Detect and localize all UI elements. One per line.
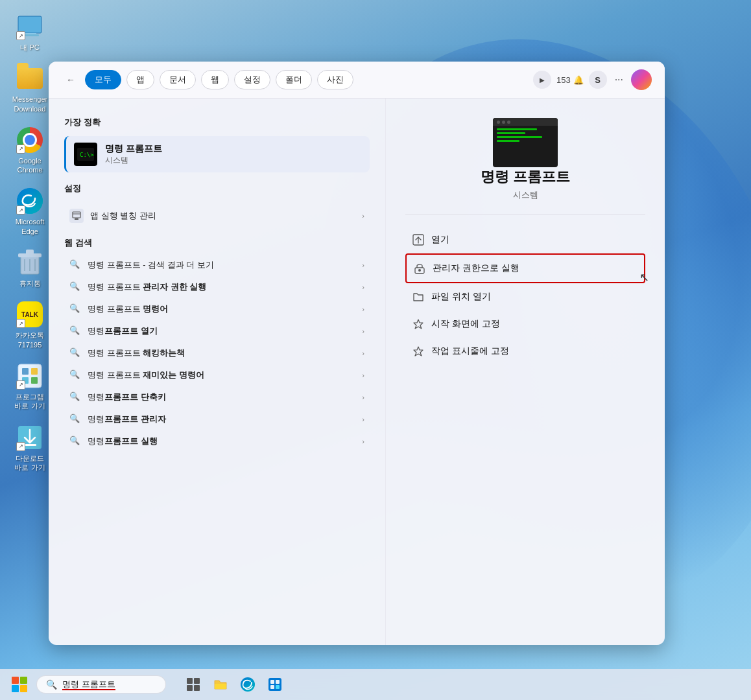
terminal-dot-1 bbox=[497, 121, 500, 124]
web-text-0: 명령 프롬프트 - 검색 결과 더 보기 bbox=[88, 259, 355, 271]
desktop-icon-my-pc[interactable]: ↗ 내 PC bbox=[6, 13, 53, 52]
web-item-5[interactable]: 🔍 명령 프롬프트 재미있는 명령어 › bbox=[64, 364, 370, 386]
alias-arrow: › bbox=[362, 212, 364, 220]
web-text-4: 명령 프롬프트 해킹하는책 bbox=[88, 347, 355, 359]
pin-taskbar-icon bbox=[412, 345, 425, 358]
web-item-2[interactable]: 🔍 명령 프롬프트 명령어 › bbox=[64, 298, 370, 320]
svg-point-25 bbox=[418, 269, 421, 272]
best-section-title: 가장 정확 bbox=[64, 117, 370, 128]
web-item-7[interactable]: 🔍 명령프롬프트 관리자 › bbox=[64, 408, 370, 430]
filter-app-button[interactable]: 앱 bbox=[126, 70, 154, 89]
search-icon-4: 🔍 bbox=[69, 347, 81, 359]
desktop-icon-google-chrome[interactable]: ↗ GoogleChrome bbox=[6, 126, 53, 175]
search-icon-1: 🔍 bbox=[69, 281, 81, 293]
web-item-6[interactable]: 🔍 명령프롬프트 단축키 › bbox=[64, 386, 370, 408]
best-result-item[interactable]: C:\>_ 명령 프롬프트 시스템 bbox=[64, 136, 370, 172]
edge-label: MicrosoftEdge bbox=[16, 217, 45, 236]
web-text-7: 명령프롬프트 관리자 bbox=[88, 414, 355, 425]
start-menu: ← 모두 앱 문서 웹 설정 폴더 사진 ▶ 153 🔔 S ··· 가장 정확 bbox=[49, 62, 665, 645]
web-item-4[interactable]: 🔍 명령 프롬프트 해킹하는책 › bbox=[64, 342, 370, 364]
desktop-icon-recycle-bin[interactable]: 휴지통 bbox=[6, 249, 53, 288]
svg-text:C:\>_: C:\>_ bbox=[80, 152, 94, 158]
desktop-icon-download[interactable]: ↗ 다운로드바로 가기 bbox=[6, 424, 53, 472]
folder-icon-shape bbox=[17, 68, 43, 89]
taskbar-task-view[interactable] bbox=[182, 673, 205, 696]
filter-settings-button[interactable]: 설정 bbox=[234, 70, 270, 89]
search-icon-6: 🔍 bbox=[69, 391, 81, 403]
terminal-line-2 bbox=[497, 132, 525, 134]
shortcut-arrow-edge: ↗ bbox=[16, 205, 25, 215]
desktop-icon-microsoft-edge[interactable]: ↗ MicrosoftEdge bbox=[6, 187, 53, 236]
search-bar-text: 명령 프롬프트 bbox=[62, 679, 115, 690]
svg-rect-33 bbox=[270, 680, 274, 684]
top-actions: ▶ 153 🔔 S ··· bbox=[533, 69, 652, 90]
desktop-icon-kakao[interactable]: TALK ↗ 카카오톡717195 bbox=[6, 301, 53, 349]
settings-section-title: 설정 bbox=[64, 183, 370, 194]
win-logo-q1 bbox=[12, 677, 19, 684]
svg-rect-35 bbox=[270, 685, 274, 689]
app-preview-sub: 시스템 bbox=[513, 189, 538, 201]
alias-label: 앱 실행 별칭 관리 bbox=[90, 210, 355, 222]
svg-rect-30 bbox=[215, 684, 226, 689]
web-text-2: 명령 프롬프트 명령어 bbox=[88, 303, 355, 315]
filter-folder-button[interactable]: 폴더 bbox=[276, 70, 312, 89]
desktop-icons: ↗ 내 PC MessengerDownload ↗ GoogleChrome bbox=[6, 13, 53, 472]
cursor-indicator: ↖ bbox=[639, 270, 649, 285]
best-result-sub: 시스템 bbox=[105, 155, 162, 166]
svg-rect-11 bbox=[22, 368, 29, 375]
right-panel: 명령 프롬프트 시스템 열기 bbox=[386, 99, 665, 645]
app-preview-title: 명령 프롬프트 bbox=[481, 167, 570, 187]
search-text-underline: 명령 프롬프트 bbox=[62, 679, 115, 690]
pin-start-icon bbox=[412, 318, 425, 331]
shortcut-arrow-chrome: ↗ bbox=[16, 145, 25, 154]
filter-web-button[interactable]: 웹 bbox=[201, 70, 229, 89]
back-button[interactable]: ← bbox=[62, 71, 80, 89]
svg-rect-19 bbox=[73, 212, 80, 218]
svg-rect-29 bbox=[194, 685, 200, 691]
action-pin-start[interactable]: 시작 화면에 고정 bbox=[405, 310, 645, 338]
desktop-icon-messenger[interactable]: MessengerDownload bbox=[6, 65, 53, 113]
terminal-line-3 bbox=[497, 136, 542, 138]
file-explorer-icon bbox=[213, 677, 228, 692]
taskbar-edge[interactable] bbox=[236, 673, 259, 696]
action-open[interactable]: 열기 bbox=[405, 226, 645, 253]
action-open-label: 열기 bbox=[431, 234, 639, 246]
action-pin-taskbar-label: 작업 표시줄에 고정 bbox=[431, 345, 639, 357]
taskbar-store[interactable] bbox=[263, 673, 287, 696]
copilot-button[interactable] bbox=[631, 69, 652, 90]
taskbar-file-explorer[interactable] bbox=[209, 673, 232, 696]
web-item-8[interactable]: 🔍 명령프롬프트 실행 › bbox=[64, 430, 370, 452]
taskbar-edge-icon bbox=[240, 677, 256, 692]
action-admin[interactable]: 관리자 권한으로 실행 ↖ bbox=[405, 253, 645, 283]
settings-item-alias[interactable]: 앱 실행 별칭 관리 › bbox=[64, 202, 370, 229]
filter-photo-button[interactable]: 사진 bbox=[317, 70, 353, 89]
recycle-label: 휴지통 bbox=[19, 279, 41, 288]
svg-rect-32 bbox=[268, 678, 281, 691]
open-icon bbox=[412, 233, 425, 246]
svg-rect-28 bbox=[187, 685, 193, 691]
filter-all-button[interactable]: 모두 bbox=[85, 70, 121, 89]
action-file-location[interactable]: 파일 위치 열기 bbox=[405, 283, 645, 310]
web-item-0[interactable]: 🔍 명령 프롬프트 - 검색 결과 더 보기 › bbox=[64, 254, 370, 276]
terminal-preview-bar bbox=[493, 118, 558, 126]
search-bar[interactable]: 🔍 명령 프롬프트 bbox=[36, 675, 166, 694]
avatar-button[interactable]: S bbox=[589, 71, 607, 89]
search-icon-0: 🔍 bbox=[69, 259, 81, 271]
filter-doc-button[interactable]: 문서 bbox=[160, 70, 196, 89]
play-button[interactable]: ▶ bbox=[533, 71, 551, 89]
windows-logo bbox=[12, 677, 27, 692]
file-location-icon bbox=[412, 290, 425, 303]
desktop-icon-program1[interactable]: ↗ 프로그램바로 가기 bbox=[6, 362, 53, 411]
search-icon-7: 🔍 bbox=[69, 414, 81, 425]
web-item-1[interactable]: 🔍 명령 프롬프트 관리자 권한 실행 › bbox=[64, 276, 370, 298]
result-icon: 🔔 bbox=[573, 75, 584, 85]
search-icon-2: 🔍 bbox=[69, 303, 81, 315]
svg-rect-16 bbox=[23, 444, 36, 446]
action-pin-taskbar[interactable]: 작업 표시줄에 고정 bbox=[405, 338, 645, 365]
search-icon-3: 🔍 bbox=[69, 325, 81, 337]
win-logo-q4 bbox=[20, 685, 27, 692]
svg-rect-21 bbox=[75, 218, 78, 220]
web-item-3[interactable]: 🔍 명령프롬프트 열기 › bbox=[64, 320, 370, 342]
more-button[interactable]: ··· bbox=[612, 74, 626, 86]
start-button[interactable] bbox=[8, 673, 31, 696]
